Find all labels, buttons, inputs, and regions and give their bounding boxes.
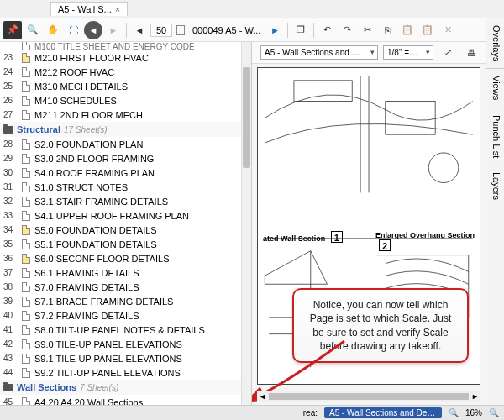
page-list-row[interactable]: 26M410 SCHEDULES: [0, 93, 251, 108]
document-tab[interactable]: A5 - Wall S... ×: [50, 2, 128, 16]
page-list-row[interactable]: 28S2.0 FOUNDATION PLAN: [0, 137, 251, 151]
page-list-row[interactable]: 34S5.0 FOUNDATION DETAILS: [0, 223, 251, 237]
tab-views[interactable]: Views: [486, 69, 504, 108]
status-sheet-pill[interactable]: A5 - Wall Sections and Details (...: [324, 407, 442, 418]
window-icon[interactable]: ❐: [291, 21, 310, 39]
page-list-row[interactable]: 23M210 FIRST FLOOR HVAC: [0, 50, 251, 65]
page-icon: [22, 225, 30, 235]
close-icon[interactable]: ×: [115, 4, 120, 14]
category-header[interactable]: Structural17 Sheet(s): [0, 122, 251, 137]
fit-icon[interactable]: ⛶: [64, 21, 82, 39]
page-list-row[interactable]: 33S4.1 UPPER ROOF FRAMING PLAN: [0, 208, 251, 223]
page-icon: [22, 254, 30, 264]
scrollbar-vertical[interactable]: [241, 42, 251, 405]
page-list-row[interactable]: 36S6.0 SECONF FLOOR DETAILS: [0, 251, 251, 265]
page-icon: [22, 67, 30, 77]
pin-icon[interactable]: 📌: [3, 21, 22, 39]
page-list-row[interactable]: 24M212 ROOF HVAC: [0, 65, 251, 79]
row-number: 41: [3, 325, 22, 334]
page-icon: [22, 197, 30, 207]
main-toolbar: 📌 🔍 ✋ ⛶ ◄ ► ◄ 000049 A5 - W... ► ❐ ↶ ↷ ✂…: [0, 18, 504, 42]
drawing-canvas[interactable]: ated Wall Section 1 Enlarged Overhang Se…: [252, 64, 486, 405]
next-page-icon[interactable]: ►: [265, 21, 284, 39]
row-number: 23: [3, 53, 22, 62]
row-title: S9.2 TILT-UP PANEL ELEVATIONS: [34, 368, 181, 378]
page-list-row[interactable]: 32S3.1 STAIR FRAMING DETAILS: [0, 194, 251, 208]
row-number: 43: [3, 354, 22, 363]
page-list-row[interactable]: 31S1.0 STRUCT NOTES: [0, 180, 251, 194]
status-bar: rea: A5 - Wall Sections and Details (...…: [0, 405, 504, 420]
forward-icon[interactable]: ►: [104, 21, 123, 39]
redo-icon[interactable]: ↷: [338, 21, 356, 39]
zoom-out-icon[interactable]: 🔍: [449, 408, 459, 417]
row-title: S2.0 FOUNDATION PLAN: [34, 139, 143, 150]
row-number: 24: [3, 67, 22, 76]
pan-icon[interactable]: ✋: [44, 21, 62, 39]
page-icon: [22, 139, 30, 150]
row-title: S7.0 FRAMING DETAILS: [34, 282, 139, 292]
page-icon: [22, 53, 30, 63]
row-title: S5.1 FOUNDATION DETAILS: [34, 239, 157, 249]
category-name: Structural: [17, 124, 60, 134]
page-list-row[interactable]: 43S9.1 TILE-UP PANEL ELEVATIONS: [0, 351, 251, 365]
tab-overlays[interactable]: Overlays: [486, 18, 504, 69]
paste-icon[interactable]: 📋: [398, 21, 417, 39]
scroll-thumb[interactable]: [243, 67, 250, 168]
delete-icon[interactable]: ✕: [438, 21, 457, 39]
separator: [313, 23, 314, 38]
svg-point-4: [428, 153, 459, 183]
row-number: 37: [3, 268, 22, 277]
prev-page-icon[interactable]: ◄: [130, 21, 149, 39]
cut-icon[interactable]: ✂: [358, 21, 376, 39]
page-list-row[interactable]: 27M211 2ND FLOOR MECH: [0, 108, 251, 122]
page-icon: [22, 42, 30, 50]
undo-icon[interactable]: ↶: [318, 21, 336, 39]
scrollbar-horizontal[interactable]: ◄ ►: [257, 391, 480, 402]
page-list-row[interactable]: 40S7.2 FRAMING DETAILS: [0, 308, 251, 323]
page-list-row[interactable]: 38S7.0 FRAMING DETAILS: [0, 280, 251, 294]
zoom-icon[interactable]: 🔍: [24, 21, 42, 39]
row-title: S7.2 FRAMING DETAILS: [34, 311, 139, 321]
page-list-row[interactable]: 35S5.1 FOUNDATION DETAILS: [0, 237, 251, 251]
tab-punch-list[interactable]: Punch List: [486, 108, 504, 165]
paste-special-icon[interactable]: 📋: [418, 21, 437, 39]
page-list-row[interactable]: 39S7.1 BRACE FRAMING DETAILS: [0, 294, 251, 308]
page-list-row[interactable]: 25M310 MECH DETAILS: [0, 79, 251, 93]
zoom-in-icon[interactable]: 🔍: [489, 408, 499, 417]
row-title: M212 ROOF HVAC: [34, 67, 114, 77]
page-number-input[interactable]: [150, 24, 172, 37]
copy-icon[interactable]: ⎘: [378, 21, 396, 39]
page-list-row[interactable]: 29S3.0 2ND FLOOR FRAMING: [0, 151, 251, 165]
page-icon: [22, 110, 30, 120]
row-title: S6.1 FRAMING DETAILS: [34, 268, 139, 278]
page-list-row[interactable]: M100 TITLE SHEET AND ENERGY CODE: [0, 42, 251, 50]
page-list-row[interactable]: 42S9.0 TILE-UP PANEL ELEVATIONS: [0, 337, 251, 351]
page-icon: [22, 325, 30, 335]
page-name-label: 000049 A5 - W...: [189, 25, 264, 35]
row-number: 32: [3, 197, 22, 206]
scroll-thumb[interactable]: [269, 393, 469, 400]
page-list-sidebar: M100 TITLE SHEET AND ENERGY CODE23M210 F…: [0, 42, 252, 405]
page-icon: [22, 297, 30, 307]
page-icon: [22, 282, 30, 292]
category-meta: 17 Sheet(s): [64, 125, 108, 134]
back-icon[interactable]: ◄: [84, 21, 102, 39]
page-icon: [22, 311, 30, 321]
category-meta: 7 Sheet(s): [80, 383, 118, 392]
row-title: S3.0 2ND FLOOR FRAMING: [34, 154, 154, 164]
row-number: 42: [3, 339, 22, 349]
right-panel-tabs: Overlays Views Punch List Layers: [486, 18, 504, 405]
page-list-row[interactable]: 30S4.0 ROOF FRAMING PLAN: [0, 165, 251, 180]
page-list-row[interactable]: 45A4.20 A4.20 Wall Sections: [0, 395, 251, 405]
category-header[interactable]: Wall Sections7 Sheet(s): [0, 380, 251, 395]
row-title: S9.1 TILE-UP PANEL ELEVATIONS: [34, 354, 182, 364]
page-list-row[interactable]: 37S6.1 FRAMING DETAILS: [0, 265, 251, 280]
row-number: 35: [3, 239, 22, 249]
page-list-row[interactable]: 41S8.0 TILT-UP PANEL NOTES & DETAILS: [0, 323, 251, 337]
row-title: M310 MECH DETAILS: [34, 81, 128, 92]
row-number: 34: [3, 225, 22, 234]
page-icon: [22, 397, 30, 406]
help-callout: Notice, you can now tell which Page is s…: [292, 288, 469, 363]
page-list-row[interactable]: 44S9.2 TILT-UP PANEL ELEVATIONS: [0, 365, 251, 380]
tab-layers[interactable]: Layers: [486, 165, 504, 207]
